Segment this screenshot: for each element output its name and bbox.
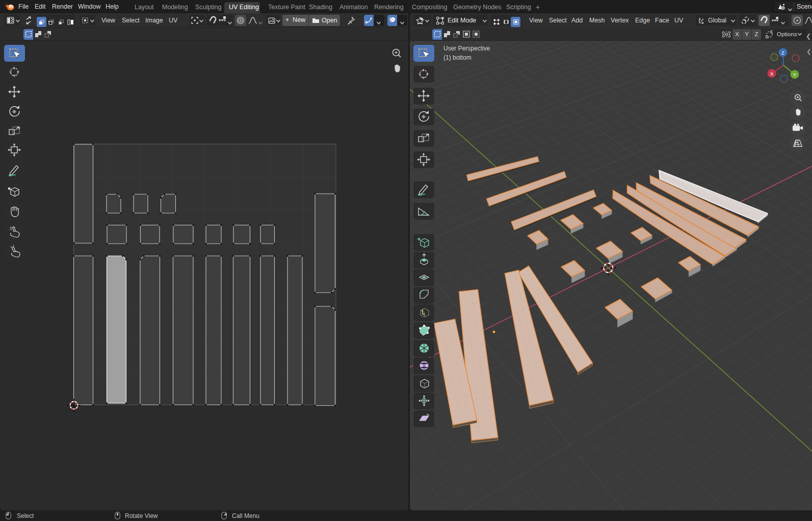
svg-text:Z: Z (781, 50, 784, 56)
svg-text:X: X (770, 71, 774, 76)
svg-text:Y: Y (793, 72, 797, 77)
